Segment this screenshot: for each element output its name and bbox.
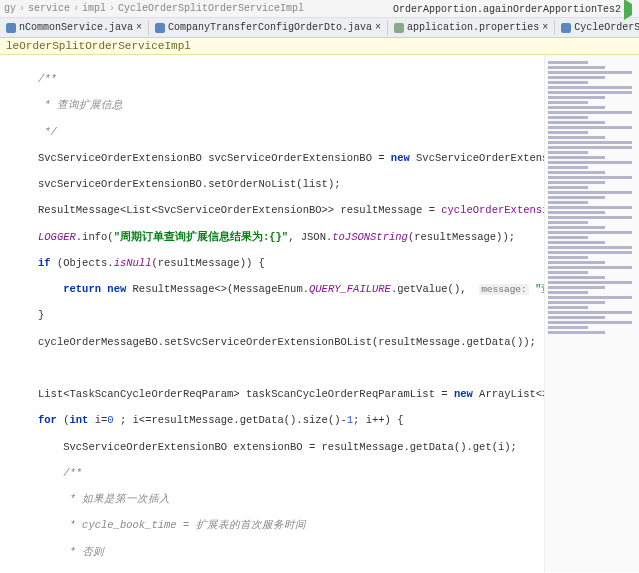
breadcrumb: gy› service› impl› CycleOrderSplitOrderS…	[0, 0, 639, 18]
run-config-dropdown[interactable]: OrderApportion.againOrderApportionTes2	[393, 4, 621, 15]
crumb-pkg1[interactable]: gy	[4, 3, 16, 14]
code-editor[interactable]: /** * 查询扩展信息 */ SvcServiceOrderExtension…	[0, 55, 544, 572]
crumb-class[interactable]: CycleOrderSplitOrderServiceImpl	[118, 3, 304, 14]
run-controls: OrderApportion.againOrderApportionTes2	[393, 0, 635, 18]
tab-state-machine[interactable]: CycleOrderStateMachineService.java×	[555, 20, 639, 35]
close-icon[interactable]: ×	[542, 22, 548, 33]
chevron-right-icon: ›	[109, 3, 115, 14]
crumb-pkg3[interactable]: impl	[82, 3, 106, 14]
java-file-icon	[6, 23, 16, 33]
java-file-icon	[561, 23, 571, 33]
editor-tabs: nCommonService.java× CompanyTransferConf…	[0, 18, 639, 38]
class-breadcrumb: leOrderSplitOrderServiceImpl	[0, 38, 639, 55]
close-icon[interactable]: ×	[375, 22, 381, 33]
chevron-right-icon: ›	[73, 3, 79, 14]
properties-file-icon	[394, 23, 404, 33]
tab-app-properties[interactable]: application.properties×	[388, 20, 555, 35]
close-icon[interactable]: ×	[136, 22, 142, 33]
tab-common-service[interactable]: nCommonService.java×	[0, 20, 149, 35]
java-file-icon	[155, 23, 165, 33]
run-button[interactable]	[624, 4, 632, 15]
minimap[interactable]	[544, 55, 639, 572]
tab-company-dto[interactable]: CompanyTransferConfigOrderDto.java×	[149, 20, 388, 35]
crumb-pkg2[interactable]: service	[28, 3, 70, 14]
chevron-right-icon: ›	[19, 3, 25, 14]
